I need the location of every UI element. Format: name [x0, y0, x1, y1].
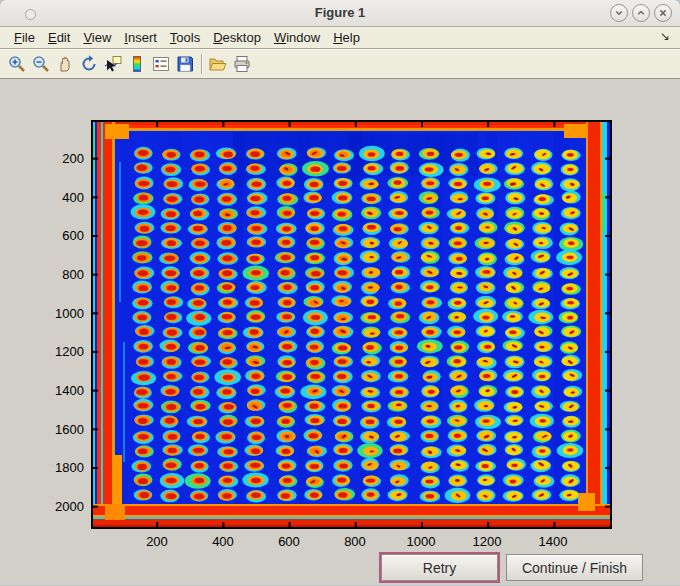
printer-icon [232, 54, 252, 74]
continue-finish-button[interactable]: Continue / Finish [506, 554, 643, 581]
close-button[interactable] [654, 4, 672, 22]
figure-window: Figure 1 File Edit View Insert Tools Des… [0, 0, 680, 586]
close-icon [657, 7, 669, 19]
save-icon [175, 54, 195, 74]
chevron-up-icon [635, 7, 647, 19]
x-tick-label: 1400 [523, 534, 583, 550]
retry-focus-ring: Retry [379, 552, 500, 583]
print-figure-button[interactable] [230, 52, 254, 76]
menu-window[interactable]: Window [274, 30, 320, 45]
zoom-out-icon [31, 54, 51, 74]
open-folder-icon [208, 54, 228, 74]
axes [91, 120, 612, 529]
data-cursor-icon [103, 54, 123, 74]
menu-file[interactable]: File [14, 30, 35, 45]
menubar: File Edit View Insert Tools Desktop Wind… [0, 27, 680, 49]
x-tick-label: 1200 [457, 534, 517, 550]
rotate-3d-icon [79, 54, 99, 74]
rotate-3d-button[interactable] [77, 52, 101, 76]
menu-edit[interactable]: Edit [48, 30, 70, 45]
y-tick-label: 400 [36, 190, 84, 206]
hand-icon [55, 54, 75, 74]
retry-button[interactable]: Retry [381, 554, 498, 581]
chevron-down-icon [613, 7, 625, 19]
insert-legend-button[interactable] [149, 52, 173, 76]
y-tick-label: 1000 [36, 306, 84, 322]
menu-tools[interactable]: Tools [170, 30, 200, 45]
figure-area: 200 400 600 800 1000 1200 1400 1600 1800… [0, 79, 680, 585]
menu-view[interactable]: View [83, 30, 111, 45]
x-tick-label: 200 [127, 534, 187, 550]
y-tick-label: 2000 [36, 499, 84, 515]
y-tick-label: 1600 [36, 422, 84, 438]
menu-insert[interactable]: Insert [124, 30, 157, 45]
microarray-image [93, 122, 610, 527]
y-tick-label: 1400 [36, 383, 84, 399]
window-controls [610, 4, 672, 22]
zoom-out-button[interactable] [29, 52, 53, 76]
x-tick-label: 800 [325, 534, 385, 550]
zoom-in-button[interactable] [5, 52, 29, 76]
menu-desktop[interactable]: Desktop [213, 30, 261, 45]
maximize-button[interactable] [632, 4, 650, 22]
dock-figure-icon[interactable]: ↘ [660, 29, 670, 43]
y-tick-label: 200 [36, 151, 84, 167]
x-tick-label: 1000 [391, 534, 451, 550]
x-tick-label: 400 [193, 534, 253, 550]
zoom-in-icon [7, 54, 27, 74]
y-tick-label: 800 [36, 267, 84, 283]
y-tick-label: 1200 [36, 344, 84, 360]
minimize-button[interactable] [610, 4, 628, 22]
open-file-button[interactable] [206, 52, 230, 76]
y-tick-label: 1800 [36, 460, 84, 476]
window-title: Figure 1 [0, 0, 680, 26]
save-figure-button[interactable] [173, 52, 197, 76]
toolbar-separator [201, 54, 202, 74]
y-tick-label: 600 [36, 228, 84, 244]
colorbar-icon [127, 54, 147, 74]
insert-colorbar-button[interactable] [125, 52, 149, 76]
x-tick-label: 600 [259, 534, 319, 550]
titlebar[interactable]: Figure 1 [0, 0, 680, 27]
data-cursor-button[interactable] [101, 52, 125, 76]
toolbar [0, 49, 680, 79]
legend-icon [151, 54, 171, 74]
menu-help[interactable]: Help [333, 30, 360, 45]
pan-button[interactable] [53, 52, 77, 76]
